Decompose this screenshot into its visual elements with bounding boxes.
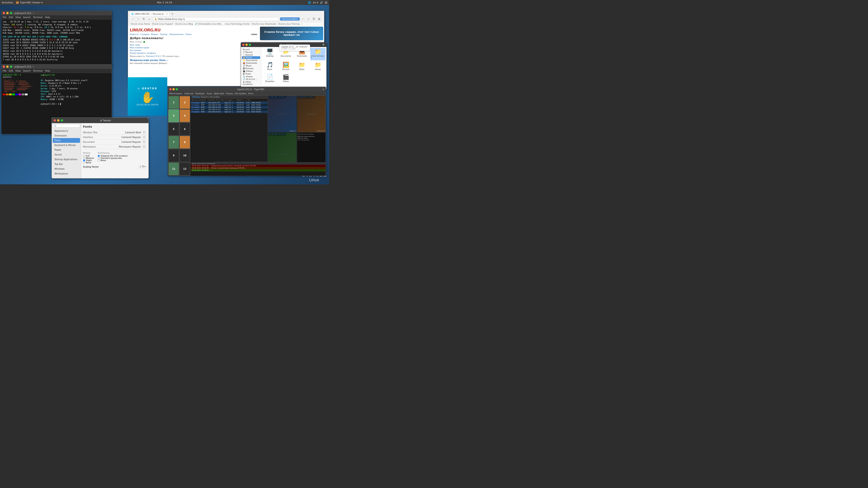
recommendation-button[interactable]: Recommendation (280, 18, 300, 21)
aa-standard[interactable]: Standard (grayscale) (98, 157, 127, 159)
tweaks-nav-windows[interactable]: Windows (53, 166, 80, 171)
tweaks-min-btn[interactable] (57, 119, 59, 122)
vnc-cell-1[interactable]: 1 (168, 96, 179, 109)
activities-button[interactable]: Activities (2, 1, 13, 4)
vnc-cell-12[interactable]: 12 (180, 162, 190, 175)
fm-nav-starred[interactable]: ☆ Starred (242, 54, 260, 56)
max-btn-1[interactable] (10, 12, 12, 14)
vnc-cell-10[interactable]: 10 (180, 149, 190, 162)
vnc-menu-monitoring[interactable]: Мониторинг (169, 92, 182, 95)
menu-terminal-2[interactable]: Terminal (33, 70, 42, 72)
hinting-none[interactable]: None (83, 162, 94, 164)
vnc-cell-7[interactable]: 7 (168, 136, 179, 149)
fm-nav-home[interactable]: 🏠 Home (242, 56, 260, 59)
fm-nav-other[interactable]: 🖥 Other Locations (242, 80, 260, 85)
fm-nav-recent[interactable]: ⏱ Recent (242, 51, 260, 54)
fm-file-public[interactable]: 📁 Public (294, 61, 309, 72)
refresh-button[interactable]: ↻ (142, 17, 146, 21)
fm-nav-shares[interactable]: 📡 shares (242, 75, 260, 78)
fm-file-music[interactable]: 🎵 Music (262, 61, 277, 72)
fm-file-pictures[interactable]: 🖼️ Pictures (278, 61, 293, 72)
article-title[interactable]: Февральский релиз Osm... (130, 59, 257, 62)
menu-view-1[interactable]: View (16, 16, 21, 19)
vnc-min-btn[interactable] (173, 88, 175, 90)
fm-nav-documents[interactable]: 📁 Documents (242, 59, 260, 62)
tab-close-btn[interactable]: ✕ (166, 13, 168, 15)
new-tab-button[interactable]: + (170, 12, 174, 16)
fm-file-templates[interactable]: 📄 Templates (262, 73, 277, 84)
tweaks-search[interactable]: 🔍 (53, 124, 80, 128)
vnc-cell-5[interactable]: 5 (168, 123, 179, 135)
power-icon[interactable]: ⏻ (325, 1, 327, 4)
vnc-menu-devices[interactable]: Приборы (195, 92, 205, 95)
fm-file-videos[interactable]: 🎬 Videos (278, 73, 293, 84)
scaling-value-display[interactable]: 1.75 ▾ (138, 165, 147, 168)
nav-tracker[interactable]: Трекер (160, 33, 167, 35)
nav-search[interactable]: Поиск (185, 33, 192, 35)
vnc-max-btn[interactable] (176, 88, 178, 90)
tweaks-nav-appearance[interactable]: Appearance (53, 129, 80, 133)
vnc-close-x[interactable]: ✕ (322, 88, 324, 91)
link-my-comments[interactable]: Мои комментарии (130, 46, 257, 49)
menu-file-1[interactable]: File (3, 16, 6, 19)
fm-nav-trash[interactable]: 🗑 Trash (242, 72, 260, 75)
fm-nav-music[interactable]: 🎵 Music (242, 64, 260, 67)
url-bar[interactable]: 🔒 https://www.linux.org.ru (152, 17, 279, 21)
menu-file-2[interactable]: File (3, 70, 6, 72)
fm-file-shares[interactable]: 📁 shares (310, 61, 326, 72)
bookmark-oracle-training[interactable]: Oracle Linux Training (278, 23, 300, 25)
app-menu[interactable]: 🐯 TigerVNC Viewer ▾ (16, 1, 43, 4)
tweaks-nav-fonts[interactable]: Fonts (53, 138, 80, 143)
fm-search-icon[interactable]: 🔍 (322, 43, 325, 46)
language-selector[interactable]: en ▾ (313, 1, 318, 4)
menu-edit-1[interactable]: Edit (9, 16, 13, 19)
close-btn-2[interactable] (3, 66, 5, 68)
nav-novosti[interactable]: Новости (130, 33, 138, 35)
vnc-cell-11[interactable]: 11 (168, 162, 179, 175)
link-settings[interactable]: Настройки (130, 49, 257, 52)
bookmark-button[interactable]: ☆ (306, 17, 311, 21)
bookmark-oracle-support[interactable]: Oracle Linux Support (152, 23, 174, 25)
resize-button[interactable]: ⊞ (317, 17, 321, 21)
max-btn-2[interactable] (10, 66, 12, 68)
link-edit-profile[interactable]: Редактировать профиль (130, 52, 257, 54)
min-btn-1[interactable] (6, 12, 8, 14)
fm-nav-downloads[interactable]: 📥 Downloads (242, 62, 260, 64)
vnc-menu-nota[interactable]: Нота (248, 92, 253, 95)
vnc-close-btn[interactable] (169, 88, 172, 90)
bookmark-linux-tech[interactable]: Linux Technology Center (225, 23, 250, 25)
tweaks-nav-startup[interactable]: Startup Applications (53, 157, 80, 162)
menu-terminal-1[interactable]: Terminal (33, 16, 42, 19)
vnc-menu-zones[interactable]: Зоны (207, 92, 212, 95)
vnc-cell-2[interactable]: 2 (180, 96, 190, 109)
fm-max-btn[interactable] (249, 43, 251, 46)
vnc-cell-3[interactable]: 3 (168, 109, 179, 122)
nav-gallery[interactable]: Галерея (141, 33, 149, 35)
vnc-menu-settings[interactable]: Настройки (235, 92, 246, 95)
tweaks-nav-workspaces[interactable]: Workspaces (53, 171, 80, 176)
tweaks-search-input[interactable] (57, 125, 75, 127)
forward-button[interactable]: › (136, 17, 141, 21)
home-button[interactable]: ⌂ (147, 17, 151, 21)
fm-close-btn[interactable] (242, 43, 245, 46)
tweaks-nav-sound[interactable]: Sound (53, 152, 80, 157)
aa-none[interactable]: None (98, 159, 127, 162)
hinting-medium[interactable]: Medium (83, 157, 94, 159)
vnc-menu-events[interactable]: События (184, 92, 193, 95)
min-btn-2[interactable] (6, 66, 8, 68)
menu-help-1[interactable]: Help (45, 16, 50, 19)
close-btn-1[interactable] (3, 12, 5, 14)
menu-view-2[interactable]: View (16, 70, 21, 72)
vnc-menu-plans[interactable]: Планы (226, 92, 233, 95)
nav-notifications[interactable]: Уведомления (169, 33, 184, 35)
vnc-cell-4[interactable]: 4 (180, 109, 190, 122)
aa-subpixel[interactable]: Subpixel (for LCD screens) (98, 155, 127, 157)
fm-nav-pictures[interactable]: 🖼 Pictures (242, 67, 260, 70)
bookmarks-more[interactable]: » (301, 23, 303, 25)
nav-forum[interactable]: Форум (151, 33, 158, 35)
vnc-cell-8[interactable]: 8 (180, 136, 190, 149)
tweaks-nav-extensions[interactable]: Extensions (53, 133, 80, 138)
bookmark-oracle-home[interactable]: Oracle Linux Home (131, 23, 150, 25)
fm-nav-videos[interactable]: 🎬 Videos (242, 70, 260, 72)
link-my-topics[interactable]: Мои темы (130, 44, 257, 46)
